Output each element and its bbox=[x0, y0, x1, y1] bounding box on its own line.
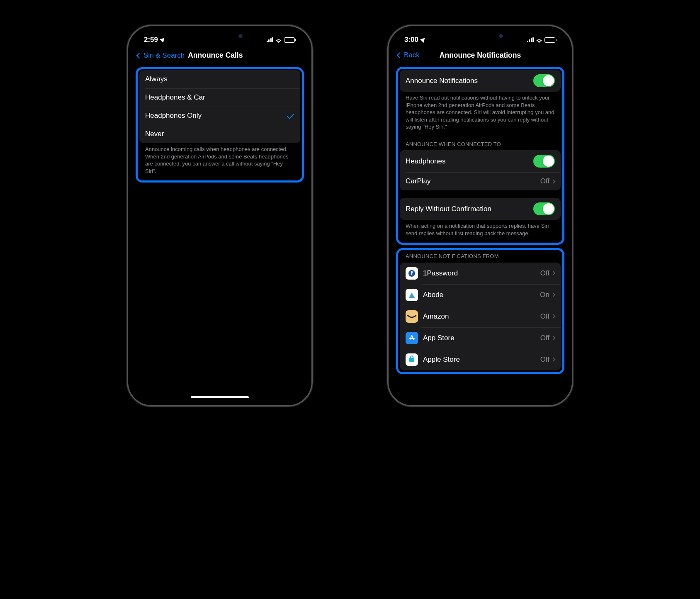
app-icon-apple-store bbox=[406, 353, 418, 366]
apps-header: ANNOUNCE NOTIFICATIONS FROM bbox=[400, 251, 561, 263]
app-name: App Store bbox=[423, 334, 455, 342]
battery-icon bbox=[284, 37, 295, 43]
chevron-right-icon bbox=[552, 293, 556, 297]
app-row-amazon[interactable]: Amazon Off bbox=[400, 306, 561, 327]
highlight-announce-notifications: Announce Notifications Have Siri read ou… bbox=[396, 67, 564, 245]
nav-bar: Siri & Search Announce Calls bbox=[133, 49, 306, 64]
app-icon-amazon bbox=[406, 310, 418, 323]
announce-notifications-footer: Have Siri read out notifications without… bbox=[400, 92, 561, 135]
app-value: On bbox=[540, 291, 549, 299]
option-label: Never bbox=[145, 130, 164, 138]
option-always[interactable]: Always bbox=[139, 70, 300, 88]
screen-right: 3:00 Back Announce Notifications Anno bbox=[394, 30, 567, 401]
chevron-right-icon bbox=[552, 179, 556, 183]
chevron-left-icon bbox=[397, 52, 403, 58]
app-name: Amazon bbox=[423, 312, 449, 321]
screen-left: 2:59 Siri & Search Announce Calls Alwa bbox=[133, 30, 306, 401]
nav-bar: Back Announce Notifications bbox=[394, 49, 567, 63]
chevron-right-icon bbox=[552, 271, 556, 275]
option-never[interactable]: Never bbox=[139, 125, 300, 143]
option-label: Headphones Only bbox=[145, 112, 202, 120]
announce-notifications-toggle-group: Announce Notifications bbox=[400, 70, 561, 92]
option-label: Headphones & Car bbox=[145, 93, 205, 102]
options-footer: Announce incoming calls when headphones … bbox=[139, 143, 300, 179]
carplay-row[interactable]: CarPlay Off bbox=[400, 172, 561, 190]
page-title: Announce Calls bbox=[188, 51, 243, 60]
app-value: Off bbox=[540, 334, 549, 342]
back-button[interactable]: Siri & Search bbox=[137, 51, 185, 60]
back-label: Siri & Search bbox=[143, 51, 185, 60]
cellular-icon bbox=[527, 37, 534, 42]
reply-group: Reply Without Confirmation bbox=[400, 198, 561, 220]
wifi-icon bbox=[275, 37, 282, 42]
app-icon-1password bbox=[406, 267, 418, 280]
app-row-apple-store[interactable]: Apple Store Off bbox=[400, 349, 561, 370]
connected-header: ANNOUNCE WHEN CONNECTED TO bbox=[400, 135, 561, 151]
checkmark-icon bbox=[287, 112, 294, 119]
cellular-icon bbox=[267, 37, 274, 42]
highlight-apps: ANNOUNCE NOTIFICATIONS FROM 1Password Of… bbox=[396, 248, 564, 374]
row-value: Off bbox=[540, 177, 549, 185]
option-headphones-car[interactable]: Headphones & Car bbox=[139, 88, 300, 107]
app-row-app-store[interactable]: App Store Off bbox=[400, 327, 561, 349]
announce-calls-options: Always Headphones & Car Headphones Only … bbox=[139, 70, 300, 143]
location-icon bbox=[160, 37, 166, 43]
app-value: Off bbox=[540, 356, 549, 364]
app-value: Off bbox=[540, 269, 549, 278]
chevron-right-icon bbox=[552, 314, 556, 319]
announce-notifications-toggle[interactable] bbox=[533, 74, 555, 87]
notch bbox=[185, 30, 255, 42]
app-value: Off bbox=[540, 312, 549, 321]
headphones-row[interactable]: Headphones bbox=[400, 150, 561, 172]
notch bbox=[445, 30, 515, 42]
app-icon-abode bbox=[406, 289, 418, 301]
back-label: Back bbox=[404, 51, 420, 59]
row-label: Headphones bbox=[406, 157, 445, 166]
row-label: CarPlay bbox=[406, 177, 430, 185]
status-time: 2:59 bbox=[144, 36, 158, 44]
row-label: Reply Without Confirmation bbox=[406, 205, 491, 213]
reply-toggle[interactable] bbox=[533, 202, 555, 215]
app-name: 1Password bbox=[423, 269, 458, 278]
option-headphones-only[interactable]: Headphones Only bbox=[139, 107, 300, 125]
chevron-right-icon bbox=[552, 358, 556, 362]
reply-footer: When acting on a notification that suppo… bbox=[400, 220, 561, 241]
headphones-toggle[interactable] bbox=[533, 155, 555, 168]
phone-right: 3:00 Back Announce Notifications Anno bbox=[387, 25, 573, 407]
connected-group: Headphones CarPlay Off bbox=[400, 150, 561, 190]
app-name: Abode bbox=[423, 291, 443, 299]
wifi-icon bbox=[536, 37, 542, 42]
status-time: 3:00 bbox=[404, 36, 418, 44]
app-icon-app-store bbox=[406, 332, 418, 344]
highlight-announce-calls: Always Headphones & Car Headphones Only … bbox=[136, 67, 304, 183]
app-name: Apple Store bbox=[423, 356, 460, 364]
home-indicator[interactable] bbox=[191, 396, 249, 398]
apps-group: 1Password Off Abode On bbox=[400, 263, 561, 370]
location-icon bbox=[420, 37, 427, 43]
page-title: Announce Notifications bbox=[440, 51, 521, 60]
announce-notifications-row[interactable]: Announce Notifications bbox=[400, 70, 561, 92]
svg-rect-3 bbox=[409, 358, 414, 362]
battery-icon bbox=[544, 37, 555, 43]
back-button[interactable]: Back bbox=[398, 51, 420, 59]
reply-without-confirmation-row[interactable]: Reply Without Confirmation bbox=[400, 198, 561, 220]
chevron-right-icon bbox=[552, 336, 556, 340]
row-label: Announce Notifications bbox=[406, 77, 478, 85]
app-row-abode[interactable]: Abode On bbox=[400, 284, 561, 306]
app-row-1password[interactable]: 1Password Off bbox=[400, 263, 561, 284]
svg-rect-2 bbox=[411, 273, 412, 275]
chevron-left-icon bbox=[136, 52, 142, 58]
option-label: Always bbox=[145, 75, 168, 83]
phone-left: 2:59 Siri & Search Announce Calls Alwa bbox=[127, 25, 313, 407]
